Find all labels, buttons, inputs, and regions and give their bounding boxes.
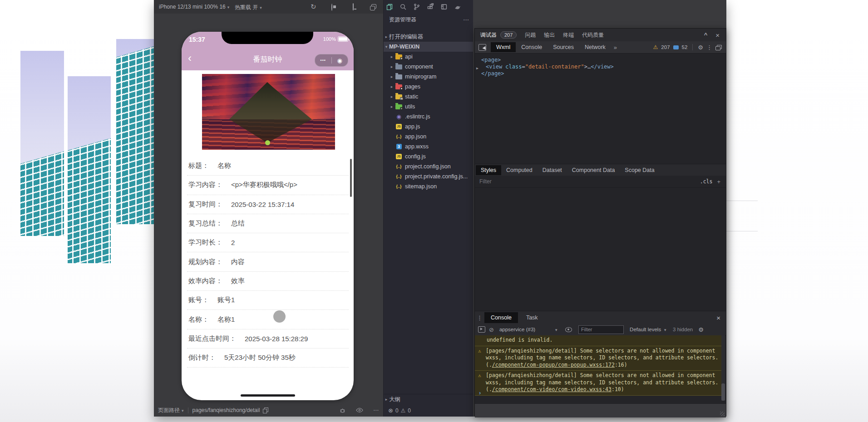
phone-scrollbar[interactable]	[350, 159, 352, 197]
more-tabs-icon[interactable]	[614, 44, 617, 51]
eye-icon[interactable]	[565, 327, 572, 332]
close-icon[interactable]	[716, 314, 720, 322]
record-icon[interactable]	[331, 4, 332, 11]
styles-filter-input[interactable]: Filter	[479, 178, 492, 185]
resize-grip[interactable]	[720, 412, 725, 416]
add-style-icon[interactable]	[717, 178, 720, 185]
warning-count[interactable]: 207	[661, 44, 670, 50]
device-selector[interactable]: iPhone 12/13 mini 100% 16▾	[159, 4, 229, 10]
minimize-icon[interactable]	[332, 57, 348, 64]
file-project-config[interactable]: project.config.json	[384, 162, 473, 172]
kebab-menu-icon[interactable]	[706, 44, 712, 51]
files-icon[interactable]	[385, 3, 393, 10]
console-settings-icon[interactable]	[698, 326, 704, 333]
tab-scope-data[interactable]: Scope Data	[620, 165, 659, 175]
folder-icon: #	[395, 54, 402, 59]
console-prompt[interactable]	[479, 389, 481, 396]
project-root[interactable]: MP-WEIXIN	[384, 42, 473, 52]
context-selector[interactable]: appservice (#3)▼	[499, 327, 558, 332]
wxml-node[interactable]: <view class="detail-container">…</view>	[486, 64, 614, 70]
more-icon[interactable]	[373, 407, 379, 413]
console-scrollbar[interactable]	[721, 335, 725, 401]
copy-path-icon[interactable]	[263, 407, 268, 413]
drag-handle-icon[interactable]	[477, 314, 483, 321]
open-editors-section[interactable]: 打开的编辑器	[384, 32, 473, 42]
tab-task[interactable]: Task	[520, 312, 544, 323]
source-link[interactable]: /component/com-video/com-video.wxss:43	[492, 386, 612, 393]
chevron-down-icon: ▾	[182, 408, 184, 413]
tab-output[interactable]: 输出	[544, 31, 555, 39]
panel-layout-icon[interactable]	[440, 3, 448, 10]
file-app-json[interactable]: app.json	[384, 132, 473, 142]
git-branch-icon[interactable]	[413, 3, 420, 10]
inspect-element-icon[interactable]	[478, 44, 486, 51]
refresh-icon[interactable]	[311, 3, 319, 11]
file-app-js[interactable]: app.js	[384, 122, 473, 132]
expand-arrow-icon[interactable]: ▶	[476, 65, 478, 72]
status-battery: 100%	[323, 36, 348, 42]
console-filter-input[interactable]	[578, 325, 624, 334]
search-icon[interactable]	[399, 3, 407, 10]
folder-static[interactable]: ▤static	[384, 92, 473, 102]
collapse-icon[interactable]	[704, 31, 708, 39]
folder-utils[interactable]: +utils	[384, 102, 473, 112]
chevron-down-icon: ▼	[554, 328, 558, 332]
tab-dataset[interactable]: Dataset	[538, 165, 567, 175]
tab-sources[interactable]: Sources	[547, 42, 579, 52]
scrollbar-thumb[interactable]	[721, 383, 725, 401]
more-icon[interactable]	[463, 16, 469, 23]
tab-component-data[interactable]: Component Data	[567, 165, 620, 175]
detail-cover-image[interactable]	[202, 74, 335, 150]
clear-console-icon[interactable]	[489, 326, 494, 333]
close-icon[interactable]	[715, 31, 720, 39]
json-icon	[395, 163, 402, 170]
folder-component[interactable]: component	[384, 62, 473, 72]
wxml-node[interactable]: <page>	[481, 57, 501, 64]
detail-row: 复习时间：2025-03-22 15:37:14	[187, 195, 349, 214]
tab-styles[interactable]: Styles	[476, 165, 501, 175]
tab-code-quality[interactable]: 代码质量	[582, 31, 604, 39]
chevron-down-icon: ▾	[227, 5, 230, 10]
hidden-count[interactable]: 3 hidden	[673, 327, 693, 332]
tab-network[interactable]: Network	[579, 42, 611, 52]
folder-miniprogram[interactable]: miniprogram	[384, 72, 473, 82]
tab-terminal[interactable]: 终端	[563, 31, 574, 39]
device-view-icon[interactable]	[353, 3, 354, 10]
message-count[interactable]: 52	[682, 44, 688, 50]
log-levels-selector[interactable]: Default levels▼	[630, 327, 667, 332]
eye-icon[interactable]	[356, 407, 363, 413]
file-eslintrc[interactable]: .eslintrc.js	[384, 112, 473, 122]
settings-icon[interactable]	[698, 44, 703, 51]
cls-button[interactable]: .cls	[700, 178, 713, 185]
tab-problems[interactable]: 问题	[525, 31, 536, 39]
file-project-private-config[interactable]: project.private.config.js...	[384, 172, 473, 182]
execution-context-icon[interactable]	[478, 326, 485, 333]
more-icon[interactable]	[315, 58, 331, 63]
dock-icon[interactable]	[715, 45, 721, 50]
plugin-bird-icon[interactable]	[454, 3, 461, 10]
source-link[interactable]: /component/com-popup/com-popup.wxss:172	[492, 362, 615, 368]
outline-section[interactable]: 大纲	[384, 394, 473, 404]
file-app-wxss[interactable]: app.wxss	[384, 142, 473, 152]
problems-status[interactable]: 0 0	[388, 407, 411, 414]
chevron-down-icon: ▾	[260, 5, 262, 10]
capsule-menu[interactable]	[315, 54, 348, 67]
tab-computed[interactable]: Computed	[501, 165, 538, 175]
page-path-value[interactable]: pages/fanqieshizhong/detail	[192, 407, 260, 413]
hot-reload-toggle[interactable]: 热重载 开▾	[235, 4, 262, 11]
file-config-js[interactable]: config.js	[384, 152, 473, 162]
swiper-dot[interactable]	[265, 140, 270, 145]
folder-pages[interactable]: ●pages	[384, 82, 473, 92]
wxml-node[interactable]: </page>	[481, 70, 504, 77]
file-sitemap-json[interactable]: sitemap.json	[384, 182, 473, 191]
page-path-selector[interactable]: 页面路径▾	[158, 407, 184, 414]
tab-debugger[interactable]: 调试器	[480, 31, 497, 39]
tab-console[interactable]: Console	[516, 42, 547, 52]
chevron-right-icon	[389, 104, 395, 109]
building-photo	[20, 142, 64, 236]
tab-console-bottom[interactable]: Console	[484, 312, 518, 323]
folder-api[interactable]: #api	[384, 52, 473, 62]
bug-icon[interactable]	[339, 407, 346, 414]
extensions-icon[interactable]	[426, 3, 434, 10]
tab-wxml[interactable]: Wxml	[491, 42, 516, 52]
